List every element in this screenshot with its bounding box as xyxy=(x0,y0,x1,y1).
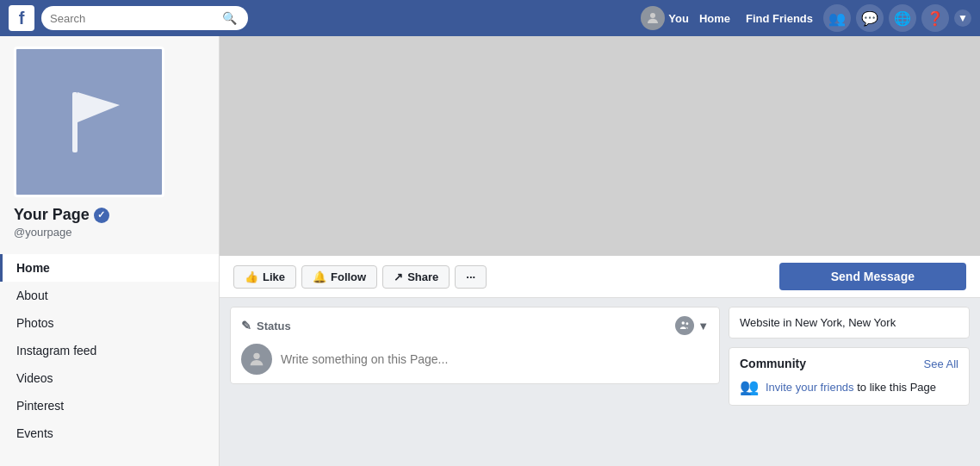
search-input[interactable] xyxy=(50,12,222,25)
page-name: Your Page xyxy=(14,206,90,224)
sidebar-item-home[interactable]: Home xyxy=(0,254,219,282)
friends-icon: 👥 xyxy=(828,10,846,27)
status-input[interactable] xyxy=(281,352,709,366)
share-icon: ↗ xyxy=(394,270,403,283)
status-avatar xyxy=(241,344,272,375)
share-label: Share xyxy=(407,270,438,283)
invite-friends-icon: 👥 xyxy=(740,377,759,396)
community-box: Community See All 👥 Invite your friends … xyxy=(729,347,970,406)
help-icon-btn[interactable]: ❓ xyxy=(921,4,949,32)
page-avatar-area: Your Page ✓ @yourpage xyxy=(0,36,219,245)
follow-button[interactable]: 🔔 Follow xyxy=(301,265,377,289)
status-label: Status xyxy=(257,320,291,332)
flag-icon xyxy=(47,79,133,165)
svg-point-0 xyxy=(650,13,655,18)
sidebar-item-pinterest[interactable]: Pinterest xyxy=(0,392,219,419)
invite-friends-link[interactable]: Invite your friends xyxy=(766,381,854,394)
invite-row: 👥 Invite your friends to like this Page xyxy=(740,377,958,396)
follow-label: Follow xyxy=(331,270,366,283)
feed-right: Website in New York, New York Community … xyxy=(729,307,970,457)
dropdown-arrow[interactable]: ▼ xyxy=(698,320,709,332)
feed-area: ✎ Status ▼ xyxy=(220,298,980,466)
help-icon: ❓ xyxy=(927,10,944,27)
svg-point-4 xyxy=(253,353,259,359)
globe-icon-btn[interactable]: 🌐 xyxy=(889,4,916,32)
more-button[interactable]: ··· xyxy=(455,265,487,289)
main-content: 👍 Like 🔔 Follow ↗ Share ··· Send Message xyxy=(220,36,980,466)
page-handle: @yourpage xyxy=(14,226,71,239)
sidebar-item-events[interactable]: Events xyxy=(0,419,219,447)
sidebar-item-about[interactable]: About xyxy=(0,282,219,309)
status-box: ✎ Status ▼ xyxy=(230,307,720,384)
more-icon: ··· xyxy=(466,270,475,283)
navbar: f 🔍 You Home Find Friends 👥 💬 🌐 ❓ ▼ xyxy=(0,0,980,36)
page-avatar xyxy=(14,47,164,197)
cover-photo xyxy=(220,36,980,256)
sidebar-nav: Home About Photos Instagram feed Videos … xyxy=(0,254,219,447)
sidebar-item-photos[interactable]: Photos xyxy=(0,309,219,337)
page-name-row: Your Page ✓ xyxy=(14,206,109,224)
nav-user-button[interactable]: You xyxy=(641,6,689,30)
svg-point-2 xyxy=(682,321,685,325)
status-header-left: ✎ Status xyxy=(241,319,291,332)
action-bar: 👍 Like 🔔 Follow ↗ Share ··· Send Message xyxy=(220,256,980,298)
messenger-icon: 💬 xyxy=(861,10,878,27)
messenger-icon-btn[interactable]: 💬 xyxy=(856,4,884,32)
feed-left: ✎ Status ▼ xyxy=(230,307,720,457)
search-icon: 🔍 xyxy=(222,11,237,25)
location-text: Website in New York, New York xyxy=(740,316,896,329)
send-message-button[interactable]: Send Message xyxy=(779,263,966,290)
globe-icon: 🌐 xyxy=(894,10,911,27)
bell-icon: 🔔 xyxy=(313,270,326,283)
nav-right: You Home Find Friends 👥 💬 🌐 ❓ ▼ xyxy=(641,4,971,32)
status-header-right: ▼ xyxy=(675,316,709,335)
nav-dropdown-btn[interactable]: ▼ xyxy=(954,9,971,27)
left-sidebar: Your Page ✓ @yourpage Home About Photos … xyxy=(0,36,220,466)
location-info-box: Website in New York, New York xyxy=(729,307,970,339)
thumbs-up-icon: 👍 xyxy=(245,270,258,283)
invite-text: Invite your friends to like this Page xyxy=(766,381,936,394)
svg-point-3 xyxy=(686,322,689,325)
share-button[interactable]: ↗ Share xyxy=(382,265,450,289)
chevron-down-icon: ▼ xyxy=(958,12,968,24)
search-box: 🔍 xyxy=(41,6,248,30)
like-button[interactable]: 👍 Like xyxy=(233,265,296,289)
like-label: Like xyxy=(263,270,285,283)
sidebar-item-videos[interactable]: Videos xyxy=(0,364,219,392)
community-header: Community See All xyxy=(740,357,958,370)
status-input-row xyxy=(241,344,709,375)
verified-badge: ✓ xyxy=(94,208,109,223)
nav-home-link[interactable]: Home xyxy=(694,9,735,28)
nav-find-friends-link[interactable]: Find Friends xyxy=(741,9,818,28)
status-header: ✎ Status ▼ xyxy=(241,316,709,335)
audience-icon xyxy=(675,316,694,335)
facebook-logo[interactable]: f xyxy=(9,5,34,31)
avatar xyxy=(641,6,665,30)
sidebar-item-instagram[interactable]: Instagram feed xyxy=(0,337,219,364)
pencil-icon: ✎ xyxy=(241,319,251,332)
page-wrapper: Your Page ✓ @yourpage Home About Photos … xyxy=(0,36,980,466)
svg-rect-1 xyxy=(72,92,78,152)
friends-icon-btn[interactable]: 👥 xyxy=(823,4,851,32)
community-title: Community xyxy=(740,357,806,370)
nav-user-label: You xyxy=(668,12,689,25)
see-all-link[interactable]: See All xyxy=(924,357,958,370)
invite-suffix: to like this Page xyxy=(854,381,936,394)
